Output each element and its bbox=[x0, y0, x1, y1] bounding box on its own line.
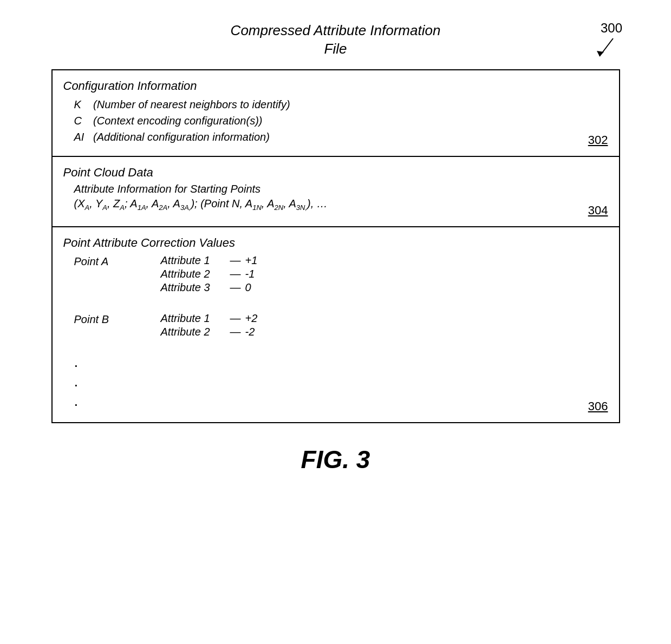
point-a-label: Point A bbox=[63, 254, 161, 295]
title-line1: Compressed Attribute Information File bbox=[231, 22, 441, 58]
point-b-attr2-value: -2 bbox=[245, 326, 255, 338]
config-key-k: K bbox=[74, 96, 90, 113]
config-key-c: C bbox=[74, 113, 90, 129]
diagram-id-text: 300 bbox=[601, 21, 622, 35]
point-attr-grid: Point A Attribute 1 — +1 Attribute 2 — -… bbox=[63, 254, 608, 411]
point-a-row: Point A Attribute 1 — +1 Attribute 2 — -… bbox=[63, 254, 608, 295]
dot-3: . bbox=[74, 391, 608, 411]
point-cloud-title: Point Cloud Data bbox=[63, 166, 608, 180]
point-a-attr3-dash: — bbox=[230, 281, 241, 294]
config-desc-c: (Context encoding configuration(s)) bbox=[93, 115, 262, 127]
point-a-attr3-name: Attribute 3 bbox=[161, 281, 226, 294]
point-b-attributes: Attribute 1 — +2 Attribute 2 — -2 bbox=[161, 312, 258, 339]
dot-2: . bbox=[74, 372, 608, 391]
point-a-attributes: Attribute 1 — +1 Attribute 2 — -1 Attrib… bbox=[161, 254, 258, 295]
point-a-attr2: Attribute 2 — -1 bbox=[161, 268, 258, 280]
config-key-ai: AI bbox=[74, 129, 90, 145]
diagram-title: Compressed Attribute Information File bbox=[231, 22, 441, 58]
point-b-attr1-dash: — bbox=[230, 312, 241, 325]
config-section-number: 302 bbox=[588, 133, 608, 147]
figure-caption: FIG. 3 bbox=[301, 445, 370, 474]
point-cloud-data: (XA, YA, ZA; A1A, A2A, A3A,); (Point N, … bbox=[63, 198, 608, 212]
main-diagram-box: Configuration Information K (Number of n… bbox=[51, 69, 620, 423]
arrow-svg bbox=[594, 36, 627, 60]
point-b-attr2-dash: — bbox=[230, 326, 241, 338]
config-item-ai: AI (Additional configuration information… bbox=[63, 129, 608, 145]
point-b-label: Point B bbox=[63, 312, 161, 339]
config-desc-k: (Number of nearest neighbors to identify… bbox=[93, 98, 290, 110]
dot-1: . bbox=[74, 352, 608, 372]
page-container: 300 Compressed Attribute Information Fil… bbox=[0, 0, 671, 644]
point-a-attr2-name: Attribute 2 bbox=[161, 268, 226, 280]
point-a-attr1-dash: — bbox=[230, 254, 241, 267]
point-b-row: Point B Attribute 1 — +2 Attribute 2 — -… bbox=[63, 312, 608, 339]
point-a-attr3-value: 0 bbox=[245, 281, 251, 294]
point-b-attr2-name: Attribute 2 bbox=[161, 326, 226, 338]
point-attr-section: Point Attribute Correction Values Point … bbox=[53, 227, 619, 422]
point-cloud-section-number: 304 bbox=[588, 203, 608, 218]
point-a-attr1-name: Attribute 1 bbox=[161, 254, 226, 267]
point-b-attr1: Attribute 1 — +2 bbox=[161, 312, 258, 325]
point-attr-title: Point Attribute Correction Values bbox=[63, 236, 608, 250]
point-a-attr3: Attribute 3 — 0 bbox=[161, 281, 258, 294]
config-item-c: C (Context encoding configuration(s)) bbox=[63, 113, 608, 129]
continuation-dots: . . . bbox=[63, 352, 608, 411]
point-a-attr1: Attribute 1 — +1 bbox=[161, 254, 258, 267]
arrow-down-left bbox=[594, 36, 627, 62]
config-title: Configuration Information bbox=[63, 79, 608, 93]
point-cloud-section: Point Cloud Data Attribute Information f… bbox=[53, 157, 619, 227]
point-b-attr1-value: +2 bbox=[245, 312, 258, 325]
config-section: Configuration Information K (Number of n… bbox=[53, 70, 619, 157]
point-a-attr2-value: -1 bbox=[245, 268, 255, 280]
point-b-attr2: Attribute 2 — -2 bbox=[161, 326, 258, 338]
point-a-attr1-value: +1 bbox=[245, 254, 258, 267]
point-a-attr2-dash: — bbox=[230, 268, 241, 280]
config-item-k: K (Number of nearest neighbors to identi… bbox=[63, 96, 608, 113]
point-attr-section-number: 306 bbox=[588, 399, 608, 413]
diagram-id-label: 300 bbox=[594, 21, 627, 62]
config-desc-ai: (Additional configuration information) bbox=[93, 131, 270, 143]
point-b-attr1-name: Attribute 1 bbox=[161, 312, 226, 325]
point-cloud-subtitle: Attribute Information for Starting Point… bbox=[63, 183, 608, 195]
